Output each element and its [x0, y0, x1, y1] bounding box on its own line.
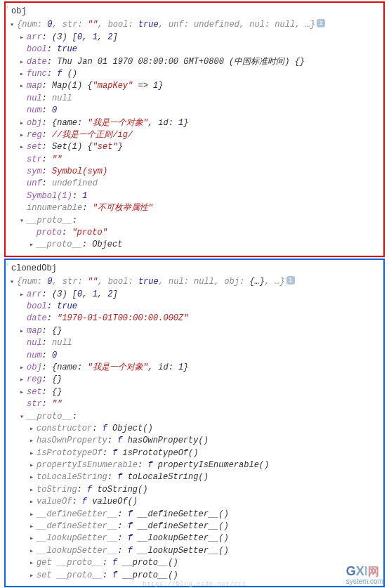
expand-arrow-icon[interactable] [20, 32, 27, 44]
property-key: hasOwnProperty [37, 435, 107, 447]
summary-value: null [194, 276, 214, 288]
property-row[interactable]: date: Thu Jan 01 1970 08:00:00 GMT+0800 … [10, 56, 379, 68]
expand-arrow-icon[interactable] [29, 423, 37, 435]
expand-arrow-icon[interactable] [29, 521, 37, 533]
expand-arrow-icon[interactable] [29, 447, 37, 459]
expand-arrow-icon[interactable] [20, 80, 27, 92]
property-row[interactable]: toLocaleString: f toLocaleString() [10, 471, 379, 483]
property-value: [ [72, 32, 77, 44]
property-value: f [112, 570, 122, 582]
property-row[interactable]: set: {} [10, 386, 379, 398]
expand-arrow-icon[interactable] [20, 129, 27, 141]
expand-arrow-icon[interactable] [20, 56, 27, 68]
property-value: 2 [107, 32, 112, 44]
info-icon[interactable]: i [286, 276, 295, 285]
property-row[interactable]: str: "" [10, 398, 379, 410]
property-row[interactable]: map: {} [10, 325, 379, 337]
property-value: , id: [148, 117, 178, 129]
property-row[interactable]: __lookupGetter__: f __lookupGetter__() [10, 533, 379, 544]
expand-arrow-icon[interactable] [20, 386, 27, 398]
property-row[interactable]: nul: null [10, 337, 379, 349]
expand-arrow-icon[interactable] [20, 68, 27, 80]
expand-arrow-icon[interactable] [10, 276, 17, 288]
expand-arrow-icon[interactable] [29, 557, 37, 569]
property-value: true [57, 301, 77, 313]
property-key: map [27, 80, 42, 92]
property-row[interactable]: reg: {} [10, 374, 379, 386]
expand-arrow-icon[interactable] [10, 19, 17, 31]
property-row[interactable]: nul: null [10, 93, 379, 105]
expand-arrow-icon[interactable] [29, 533, 37, 544]
property-row[interactable]: bool: true [10, 301, 379, 313]
expand-arrow-icon[interactable] [29, 496, 37, 508]
property-key: str [27, 154, 42, 166]
expand-arrow-icon[interactable] [29, 484, 37, 496]
expand-arrow-icon[interactable] [20, 362, 27, 374]
expand-arrow-icon[interactable] [29, 471, 37, 483]
expand-arrow-icon[interactable] [29, 239, 37, 251]
property-row[interactable]: num: 0 [10, 105, 379, 117]
property-value: __proto__() [122, 570, 178, 582]
property-value: f [117, 435, 127, 447]
property-key: __proto__ [27, 411, 72, 423]
property-row[interactable]: set __proto__: f __proto__() [10, 570, 379, 582]
expand-arrow-icon[interactable] [29, 459, 37, 471]
property-row[interactable]: bool: true [10, 44, 379, 55]
property-row[interactable]: __proto__: Object [10, 239, 379, 251]
property-key: valueOf [37, 496, 72, 508]
property-row[interactable]: date: "1970-01-01T00:00:00.000Z" [10, 313, 379, 325]
expand-arrow-icon[interactable] [20, 289, 27, 301]
property-row[interactable]: reg: //我是一个正则/ig/ [10, 129, 379, 141]
property-value: isPrototypeOf() [122, 447, 198, 459]
property-value: "" [52, 154, 62, 166]
expand-arrow-icon[interactable] [29, 435, 37, 447]
property-row[interactable]: str: "" [10, 154, 379, 166]
property-row[interactable]: arr: (3) [0, 1, 2] [10, 289, 379, 301]
property-row[interactable]: func: f () [10, 68, 379, 80]
property-row[interactable]: proto: "proto" [10, 227, 379, 239]
property-key: innumerable [27, 202, 82, 214]
property-row[interactable]: get __proto__: f __proto__() [10, 557, 379, 569]
expand-arrow-icon[interactable] [20, 411, 27, 423]
property-row[interactable]: hasOwnProperty: f hasOwnProperty() [10, 435, 379, 447]
prompt-icon: › [5, 3, 10, 11]
expand-arrow-icon[interactable] [20, 141, 27, 153]
property-row[interactable]: isPrototypeOf: f isPrototypeOf() [10, 447, 379, 459]
property-row[interactable]: __defineGetter__: f __defineGetter__() [10, 509, 379, 521]
info-icon[interactable]: i [317, 19, 325, 27]
property-row[interactable]: obj: {name: "我是一个对象", id: 1} [10, 117, 379, 129]
expand-arrow-icon[interactable] [29, 545, 37, 557]
property-row[interactable]: __proto__: [10, 411, 379, 423]
property-row[interactable]: __lookupSetter__: f __lookupSetter__() [10, 545, 379, 557]
expand-arrow-icon[interactable] [20, 117, 27, 129]
summary-value: undefined [194, 19, 239, 31]
property-value: 1 [93, 32, 98, 44]
property-row[interactable]: constructor: f Object() [10, 423, 379, 435]
property-value: "1970-01-01T00:00:00.000Z" [57, 313, 188, 325]
property-row[interactable]: obj: {name: "我是一个对象", id: 1} [10, 362, 379, 374]
property-key: __lookupGetter__ [37, 533, 117, 544]
property-row[interactable]: valueOf: f valueOf() [10, 496, 379, 508]
object-summary[interactable]: {num: 0, str: "", bool: true, nul: null,… [10, 276, 379, 288]
property-row[interactable]: innumerable: "不可枚举属性" [10, 202, 379, 214]
expand-arrow-icon[interactable] [20, 374, 27, 386]
expand-arrow-icon[interactable] [29, 570, 37, 582]
property-row[interactable]: unf: undefined [10, 178, 379, 190]
property-row[interactable]: propertyIsEnumerable: f propertyIsEnumer… [10, 459, 379, 471]
panel-header[interactable]: obj [10, 6, 379, 18]
expand-arrow-icon[interactable] [20, 215, 27, 227]
panel-header[interactable]: clonedObj [10, 263, 379, 275]
property-row[interactable]: num: 0 [10, 350, 379, 362]
expand-arrow-icon[interactable] [29, 509, 37, 521]
summary-value: "" [88, 276, 98, 288]
expand-arrow-icon[interactable] [20, 325, 27, 337]
property-row[interactable]: arr: (3) [0, 1, 2] [10, 32, 379, 44]
property-row[interactable]: set: Set(1) {"set"} [10, 141, 379, 153]
object-summary[interactable]: {num: 0, str: "", bool: true, unf: undef… [10, 19, 379, 31]
property-row[interactable]: toString: f toString() [10, 484, 379, 496]
property-row[interactable]: Symbol(1): 1 [10, 190, 379, 202]
property-row[interactable]: __defineSetter__: f __defineSetter__() [10, 521, 379, 533]
property-row[interactable]: sym: Symbol(sym) [10, 166, 379, 178]
property-row[interactable]: map: Map(1) {"mapKey" => 1} [10, 80, 379, 92]
property-row[interactable]: __proto__: [10, 215, 379, 227]
